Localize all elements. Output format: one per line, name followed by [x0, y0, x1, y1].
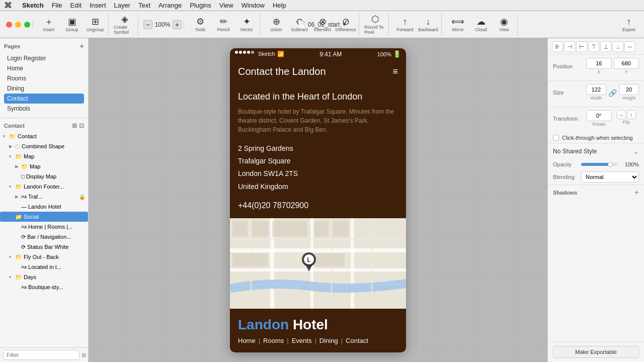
shared-style-row[interactable]: No Shared Style ⌄ [548, 143, 644, 159]
align-center-h-button[interactable]: ⊣ [564, 41, 575, 52]
layer-fly-out[interactable]: ▾ 📁 Fly Out - Back [0, 252, 88, 262]
layer-days[interactable]: ▾ 📁 Days [0, 272, 88, 282]
menu-insert[interactable]: Insert [90, 2, 106, 9]
zoom-in-button[interactable]: + [173, 20, 182, 29]
layer-name: Boutique-sty... [28, 284, 63, 290]
close-button[interactable] [6, 22, 12, 28]
layer-display-map[interactable]: ▶ □ Display Map [0, 171, 88, 182]
layer-landon-hotel[interactable]: ▶ — Landon Hotel [0, 202, 88, 212]
layer-home-rooms[interactable]: ▶ Aa Home | Rooms |... [0, 222, 88, 232]
layer-traf[interactable]: ▶ Aa Traf... 🔒 [0, 192, 88, 202]
nav-contact: Contact [346, 337, 368, 344]
opacity-thumb[interactable] [608, 162, 613, 167]
page-contact[interactable]: Contact [4, 94, 84, 104]
menu-edit[interactable]: Edit [70, 2, 82, 9]
contact-address: 2 Spring Gardens Trafalgar Square London… [238, 142, 398, 193]
page-rooms[interactable]: Rooms [4, 73, 84, 83]
create-symbol-button[interactable]: ◈ Create Symbol [114, 14, 136, 36]
chevron-down-icon[interactable]: ▼ [342, 22, 347, 27]
svg-rect-17 [232, 253, 268, 266]
menu-help[interactable]: Help [273, 2, 286, 9]
layer-social[interactable]: ▾ 📁 Social [0, 212, 88, 222]
shadows-add-button[interactable]: + [634, 188, 639, 197]
mirror-button[interactable]: ⟺ Mirror [447, 14, 469, 36]
svg-rect-1 [230, 248, 406, 252]
svg-rect-18 [314, 253, 345, 266]
align-left-button[interactable]: ⊪ [552, 41, 563, 52]
vector-icon: ✦ [243, 17, 251, 26]
height-input[interactable] [619, 84, 639, 95]
layer-boutique[interactable]: ▶ Aa Boutique-sty... [0, 282, 88, 292]
menu-text[interactable]: Text [138, 2, 150, 9]
page-login-register[interactable]: Login Register [4, 53, 84, 63]
layer-bar-navigation[interactable]: ▶ ⟳ Bar / Navigation... [0, 232, 88, 242]
round-to-pixel-button[interactable]: ⬡ Round To Pixel [364, 14, 386, 36]
union-button[interactable]: ⊕ Union [265, 14, 287, 36]
forward-button[interactable]: ↑ Forward [394, 14, 416, 36]
ungroup-button[interactable]: ⊞ Ungroup [84, 14, 106, 36]
align-right-button[interactable]: ⊢ [576, 41, 587, 52]
size-section: Size Width 🔗 Height [548, 80, 644, 107]
distribute-h-button[interactable]: ↔ [624, 41, 635, 52]
click-through-checkbox[interactable] [553, 135, 559, 141]
file-icon: 📄 [297, 21, 306, 29]
layer-contact[interactable]: ▾ 📁 Contact [0, 131, 88, 141]
group-button[interactable]: ▣ Group [61, 14, 83, 36]
apple-menu[interactable]: ⌘ [4, 1, 12, 10]
signal-dot [243, 51, 246, 54]
menu-arrange[interactable]: Arrange [158, 2, 182, 9]
view-icon: ◉ [500, 17, 508, 26]
x-input[interactable] [586, 58, 612, 69]
add-page-button[interactable]: + [79, 42, 84, 50]
layer-map-sub[interactable]: ▶ 📁 Map [0, 161, 88, 171]
page-symbols[interactable]: Symbols [4, 104, 84, 114]
make-exportable-button[interactable]: Make Exportable [553, 346, 639, 358]
expand-arrow: ▶ [15, 194, 21, 199]
tools-button[interactable]: ⚙ Tools [189, 14, 211, 36]
menu-file[interactable]: File [52, 2, 62, 9]
canvas-area[interactable]: Sketch 📶 9:41 AM 100% 🔋 Contact the Land… [89, 38, 547, 362]
filter-input[interactable] [3, 350, 79, 360]
left-sidebar: Pages + Login Register Home Rooms Dining… [0, 38, 89, 362]
width-input[interactable] [586, 84, 606, 95]
view-button[interactable]: ◉ View [493, 14, 515, 36]
export-button[interactable]: ↑ Export [618, 14, 640, 36]
page-home[interactable]: Home [4, 63, 84, 73]
flip-h-button[interactable]: ↔ [617, 110, 626, 119]
backward-icon: ↓ [426, 17, 431, 26]
lock-proportions-icon[interactable]: 🔗 [608, 84, 617, 101]
align-top-button[interactable]: ⊤ [588, 41, 599, 52]
transform-label: Transform [553, 116, 583, 122]
pencil-button[interactable]: ✏ Pencil [212, 14, 234, 36]
menu-plugins[interactable]: Plugins [190, 2, 211, 9]
zoom-out-button[interactable]: − [143, 20, 152, 29]
layer-name: Traf... [28, 194, 42, 200]
align-bottom-button[interactable]: ⟂ [612, 41, 623, 52]
vector-button[interactable]: ✦ Vector [235, 14, 258, 36]
layer-located[interactable]: ▶ Aa Located in t... [0, 262, 88, 272]
opacity-slider[interactable] [581, 163, 618, 166]
maximize-button[interactable] [24, 22, 30, 28]
flip-v-button[interactable]: ↕ [627, 110, 636, 119]
menu-sketch[interactable]: Sketch [22, 2, 44, 9]
layer-status-bar-white[interactable]: ▶ ⟳ Status Bar White [0, 242, 88, 252]
layer-combined-shape[interactable]: ▶ ⬡ Combined Shape [0, 141, 88, 151]
blending-select[interactable]: Normal [581, 171, 639, 183]
cloud-button[interactable]: ☁ Cloud [470, 14, 492, 36]
menu-window[interactable]: Window [242, 2, 265, 9]
folder-icon: 📁 [15, 254, 22, 260]
page-dining[interactable]: Dining [4, 83, 84, 94]
insert-button[interactable]: ＋ Insert [38, 14, 60, 36]
minimize-button[interactable] [15, 22, 21, 28]
y-input[interactable] [614, 58, 639, 69]
svg-rect-7 [230, 238, 406, 240]
menu-view[interactable]: View [219, 2, 233, 9]
hamburger-menu-icon[interactable]: ≡ [392, 66, 398, 77]
backward-button[interactable]: ↓ Backward [417, 14, 439, 36]
height-label: Height [619, 96, 639, 101]
align-center-v-button[interactable]: ⊥ [600, 41, 611, 52]
layer-map-group[interactable]: ▾ 📁 Map [0, 151, 88, 161]
layer-landon-footer[interactable]: ▾ 📁 Landon Footer... [0, 182, 88, 192]
menu-layer[interactable]: Layer [114, 2, 131, 9]
rotate-input[interactable] [586, 110, 612, 121]
